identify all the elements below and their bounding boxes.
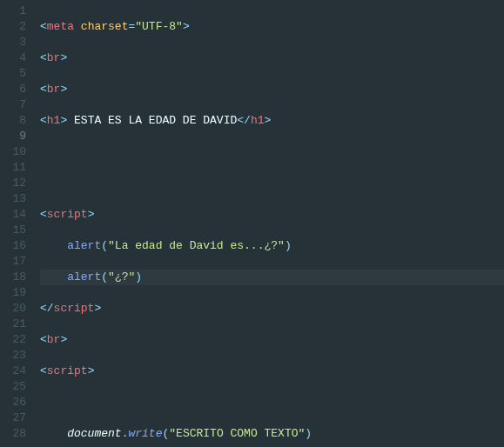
line-number: 13 xyxy=(0,191,26,207)
line-number: 3 xyxy=(0,35,26,50)
line-number: 28 xyxy=(0,426,26,442)
code-area[interactable]: <meta charset="UTF-8"> <br> <br> <h1> ES… xyxy=(35,0,504,447)
line-number: 9 xyxy=(0,129,26,144)
line-number: 5 xyxy=(0,66,26,82)
line-number: 20 xyxy=(0,301,26,317)
code-line xyxy=(40,395,504,410)
line-number: 18 xyxy=(0,270,26,285)
code-line xyxy=(40,176,504,191)
line-number: 6 xyxy=(0,82,26,97)
line-number: 22 xyxy=(0,332,26,348)
line-number: 15 xyxy=(0,223,26,238)
line-number: 8 xyxy=(0,113,26,129)
line-number-gutter: 1 2 3 4 5 6 7 8 9 10 11 12 13 14 15 16 1… xyxy=(0,0,35,447)
line-number: 11 xyxy=(0,160,26,176)
line-number: 26 xyxy=(0,395,26,410)
line-number: 24 xyxy=(0,364,26,379)
line-number: 25 xyxy=(0,379,26,395)
line-number: 10 xyxy=(0,144,26,160)
line-number: 16 xyxy=(0,238,26,254)
code-editor: 1 2 3 4 5 6 7 8 9 10 11 12 13 14 15 16 1… xyxy=(0,0,504,447)
line-number: 27 xyxy=(0,410,26,426)
line-number: 7 xyxy=(0,97,26,113)
code-line: <script> xyxy=(40,364,504,379)
code-line: <br> xyxy=(40,82,504,97)
code-line: <br> xyxy=(40,50,504,66)
code-line: <h1> ESTA ES LA EDAD DE DAVID</h1> xyxy=(40,113,504,129)
code-line: <meta charset="UTF-8"> xyxy=(40,19,504,35)
code-line: document.write("ESCRITO COMO TEXTO") xyxy=(40,426,504,442)
line-number: 19 xyxy=(0,285,26,301)
code-line: <script> xyxy=(40,207,504,223)
code-line xyxy=(40,144,504,160)
line-number: 14 xyxy=(0,207,26,223)
line-number: 12 xyxy=(0,176,26,191)
line-number: 23 xyxy=(0,348,26,364)
line-number: 17 xyxy=(0,254,26,270)
line-number: 21 xyxy=(0,317,26,332)
code-line: alert("La edad de David es...¿?") xyxy=(40,238,504,254)
line-number: 2 xyxy=(0,19,26,35)
line-number: 1 xyxy=(0,3,26,19)
code-line: alert("¿?") xyxy=(40,270,504,285)
code-line: <br> xyxy=(40,332,504,348)
code-line: </script> xyxy=(40,301,504,317)
line-number: 4 xyxy=(0,50,26,66)
